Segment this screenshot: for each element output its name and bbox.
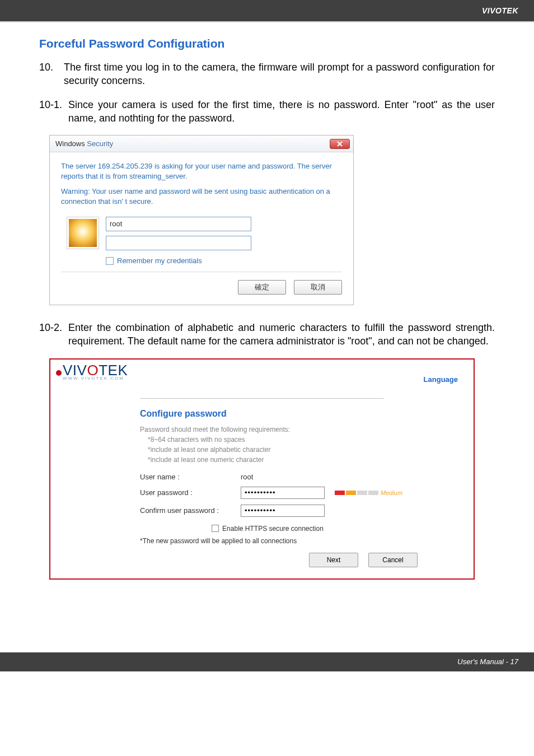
remember-label: Remember my credentials	[117, 256, 202, 266]
username-value: root	[241, 473, 253, 481]
step-number: 10-2.	[39, 321, 68, 348]
paragraph-10-2: 10-2. Enter the combination of alphabeti…	[39, 321, 495, 348]
footer-text: User's Manual - 17	[457, 657, 518, 666]
username-label: User name :	[140, 473, 235, 481]
step-number: 10-1.	[39, 98, 68, 125]
req-3: *include at least one numeric character	[140, 455, 451, 465]
footer-band: User's Manual - 17	[0, 652, 534, 671]
configure-password-panel: VIVOTEK WWW.VIVOTEK.COM Language Configu…	[49, 358, 475, 580]
strength-seg-1	[335, 491, 345, 495]
header-band: VIVOTEK	[0, 0, 534, 21]
logo-bullet-icon	[56, 370, 62, 376]
strength-bar	[335, 491, 378, 495]
credentials-row: Remember my credentials	[67, 217, 342, 266]
https-label: Enable HTTPS secure connection	[222, 525, 324, 533]
strength-seg-3	[357, 491, 367, 495]
cancel-button[interactable]: Cancel	[368, 553, 418, 567]
username-row: User name : root	[140, 473, 451, 481]
password-row: User password : Medium	[140, 487, 451, 499]
credential-inputs: Remember my credentials	[106, 217, 251, 266]
page: VIVOTEK Forceful Password Configuration …	[0, 0, 534, 671]
vivotek-logo: VIVOTEK WWW.VIVOTEK.COM	[56, 363, 128, 381]
windows-security-dialog: Windows Security The server 169.254.205.…	[49, 135, 354, 305]
step-text: Since your camera is used for the first …	[68, 98, 495, 125]
step-text: Enter the combination of alphabetic and …	[68, 321, 495, 348]
checkbox-icon	[212, 525, 219, 532]
close-icon	[336, 141, 343, 147]
logo-subtext: WWW.VIVOTEK.COM	[56, 376, 128, 381]
close-button[interactable]	[330, 139, 350, 149]
dialog-buttons: 確定 取消	[61, 280, 342, 295]
language-link[interactable]: Language	[424, 375, 458, 384]
user-avatar-icon	[67, 217, 99, 249]
section-title: Forceful Password Configuration	[39, 37, 495, 50]
strength-seg-2	[346, 491, 356, 495]
dialog-divider	[61, 272, 342, 272]
password-strength: Medium	[335, 489, 402, 496]
strength-seg-4	[368, 491, 378, 495]
content: Forceful Password Configuration 10. The …	[0, 22, 534, 602]
req-1: *8~64 characters with no spaces	[140, 435, 451, 445]
password-input[interactable]	[106, 236, 251, 250]
dialog-message-1: The server 169.254.205.239 is asking for…	[61, 161, 342, 181]
dialog-body: The server 169.254.205.239 is asking for…	[50, 152, 353, 305]
step-number: 10.	[39, 60, 64, 88]
title-part-b: Security	[87, 139, 113, 148]
header-brand: VIVOTEK	[482, 6, 518, 15]
title-part-a: Windows	[55, 139, 87, 148]
form-buttons: Next Cancel	[140, 553, 451, 567]
remember-credentials-checkbox[interactable]: Remember my credentials	[106, 256, 251, 266]
confirm-password-row: Confirm user password :	[140, 505, 451, 517]
checkbox-icon	[106, 257, 114, 265]
confirm-label: Confirm user password :	[140, 506, 235, 515]
paragraph-10: 10. The first time you log in to the cam…	[39, 60, 495, 88]
form-note: *The new password will be applied to all…	[140, 537, 451, 545]
req-2: *include at least one alphabetic charact…	[140, 445, 451, 455]
cancel-button[interactable]: 取消	[294, 280, 342, 295]
strength-text: Medium	[381, 489, 402, 496]
https-checkbox-row[interactable]: Enable HTTPS secure connection	[84, 525, 451, 533]
dialog-title: Windows Security	[55, 139, 113, 148]
password-requirements: Password should meet the following requi…	[140, 424, 451, 465]
username-input[interactable]	[106, 217, 251, 231]
dialog-message-2: Warning: Your user name and password wil…	[61, 186, 342, 207]
confirm-password-input[interactable]	[241, 505, 325, 517]
next-button[interactable]: Next	[309, 553, 358, 567]
panel-header: VIVOTEK WWW.VIVOTEK.COM Language	[50, 360, 474, 384]
req-intro: Password should meet the following requi…	[140, 426, 290, 433]
form-heading: Configure password	[140, 409, 451, 419]
paragraph-10-1: 10-1. Since your camera is used for the …	[39, 98, 495, 125]
dialog-titlebar: Windows Security	[50, 136, 353, 152]
ok-button[interactable]: 確定	[238, 280, 286, 295]
step-text: The first time you log in to the camera,…	[64, 60, 495, 88]
configure-password-form: Configure password Password should meet …	[50, 399, 474, 567]
password-label: User password :	[140, 488, 235, 497]
logo-text: VIVOTEK	[56, 363, 128, 377]
user-password-input[interactable]	[241, 487, 325, 499]
